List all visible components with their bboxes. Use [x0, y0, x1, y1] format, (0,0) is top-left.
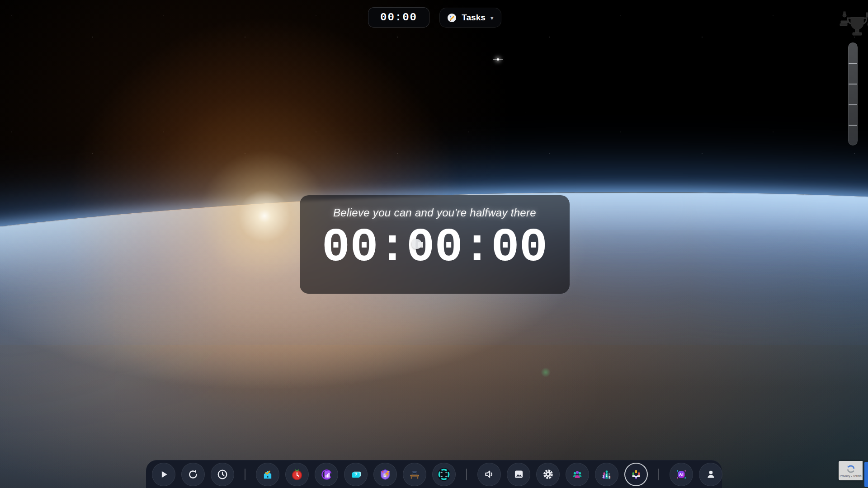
- slider-tick: [849, 104, 857, 105]
- study-group-button[interactable]: [624, 463, 648, 486]
- slider-tick: [849, 63, 857, 64]
- podium-icon: [600, 468, 613, 481]
- toolbar-divider: [245, 469, 245, 480]
- play-button[interactable]: [152, 463, 175, 486]
- slider-tick: [849, 125, 857, 126]
- chevron-down-icon: ▼: [490, 15, 495, 21]
- timer-display[interactable]: 00:00:00: [322, 221, 547, 274]
- play-icon: [158, 469, 170, 480]
- bright-star: [497, 58, 499, 61]
- recaptcha-icon: [846, 464, 856, 474]
- image-icon: [513, 468, 525, 480]
- premium-button[interactable]: [373, 463, 397, 486]
- quote-text: Believe you can and you're halfway there: [333, 206, 536, 219]
- timer-mode-button[interactable]: [211, 463, 234, 486]
- toolbar-divider: [658, 469, 659, 480]
- open-book-people-icon: [630, 468, 642, 481]
- lens-flare: [541, 367, 551, 377]
- bar-chart-progress-icon: [320, 468, 333, 481]
- gear-icon: [542, 468, 554, 480]
- memo-pencil-ball-icon: [446, 12, 458, 23]
- question-card-icon: [349, 468, 362, 481]
- side-slider[interactable]: [848, 42, 858, 145]
- background-button[interactable]: [507, 463, 530, 486]
- toolbar: ?: [146, 460, 722, 488]
- tasks-button[interactable]: Tasks ▼: [439, 8, 501, 28]
- ai-assistant-button[interactable]: AI: [670, 463, 693, 486]
- people-group-icon: [571, 468, 584, 481]
- stats-button[interactable]: [315, 463, 338, 486]
- tomato-timer-icon: [291, 468, 303, 481]
- recaptcha-badge[interactable]: Privacy - Terms: [839, 461, 863, 480]
- home-check-icon: [261, 468, 274, 481]
- restart-button[interactable]: [181, 463, 205, 486]
- settings-button[interactable]: [536, 463, 560, 486]
- tasks-label: Tasks: [462, 13, 485, 23]
- person-icon: [705, 468, 717, 480]
- home-button[interactable]: [256, 463, 279, 486]
- focus-card: Believe you can and you're halfway there…: [300, 195, 570, 294]
- flashcards-button[interactable]: ?: [344, 463, 368, 486]
- leaderboard-button[interactable]: 2 1 3: [595, 463, 618, 486]
- recaptcha-label: Privacy - Terms: [840, 474, 861, 478]
- desk-icon: [408, 468, 421, 481]
- cursor-dot: [412, 239, 422, 249]
- recaptcha-strip: [864, 462, 868, 487]
- slider-tick: [849, 84, 857, 84]
- toolbar-divider: [466, 469, 467, 480]
- shield-upgrade-icon: [379, 468, 392, 481]
- focus-ring-icon: [437, 467, 451, 482]
- ai-icon: [675, 468, 688, 481]
- mini-timer-pill[interactable]: 00:00: [368, 7, 429, 28]
- mini-timer-value: 00:00: [380, 11, 417, 23]
- workspace-button[interactable]: [403, 463, 426, 486]
- focus-mode-button[interactable]: [432, 463, 456, 486]
- sound-button[interactable]: [477, 463, 501, 486]
- profile-button[interactable]: [699, 463, 722, 486]
- restart-icon: [187, 469, 199, 480]
- clock-icon: [217, 469, 228, 480]
- speaker-icon: [483, 468, 495, 480]
- rooms-button[interactable]: [566, 463, 589, 486]
- pomodoro-button[interactable]: [285, 463, 309, 486]
